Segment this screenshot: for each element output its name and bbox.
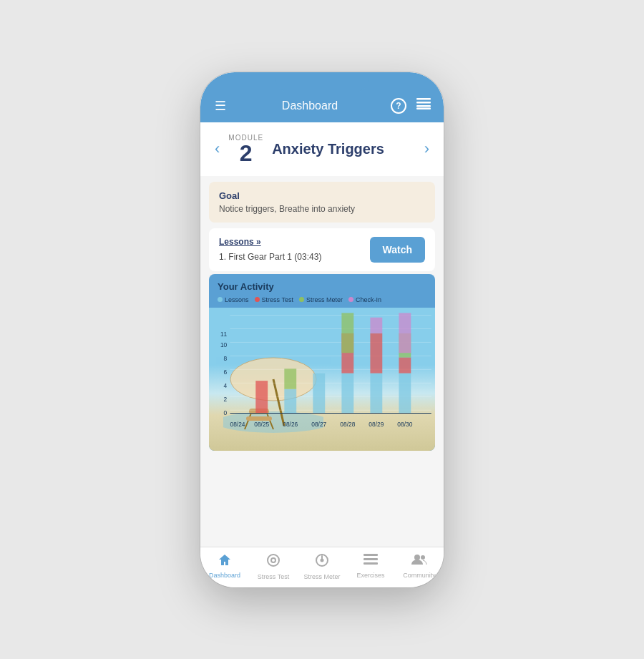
- legend-lessons-dot: [218, 297, 223, 302]
- phone-frame: ☰ Dashboard ? ‹ MODULE: [200, 72, 444, 587]
- module-header: ‹ MODULE 2 Anxiety Triggers ›: [200, 122, 444, 176]
- goal-title: Goal: [219, 190, 425, 201]
- svg-text:2: 2: [224, 395, 228, 402]
- svg-text:08/24: 08/24: [230, 421, 245, 428]
- tab-dashboard[interactable]: Dashboard: [200, 553, 249, 580]
- svg-text:6: 6: [224, 368, 228, 375]
- stress-meter-icon: [315, 553, 329, 571]
- svg-text:08/30: 08/30: [397, 421, 412, 428]
- goal-text: Notice triggers, Breathe into anxiety: [219, 204, 425, 214]
- svg-text:08/28: 08/28: [340, 421, 355, 428]
- lessons-left: Lessons » 1. First Gear Part 1 (03:43): [219, 237, 321, 263]
- svg-point-57: [421, 555, 425, 560]
- stress-test-icon: [266, 553, 280, 571]
- tab-community-label: Community: [403, 572, 436, 579]
- tab-stress-meter[interactable]: Stress Meter: [298, 553, 346, 580]
- module-number: 2: [240, 142, 253, 165]
- svg-rect-0: [416, 98, 431, 100]
- svg-rect-3: [416, 108, 431, 110]
- svg-rect-55: [364, 562, 378, 565]
- tab-exercises-label: Exercises: [356, 572, 384, 579]
- legend-stress-meter-label: Stress Meter: [306, 296, 343, 303]
- legend-lessons-label: Lessons: [225, 296, 249, 303]
- svg-point-52: [321, 559, 323, 561]
- svg-text:4: 4: [224, 381, 228, 389]
- svg-text:0: 0: [224, 409, 228, 416]
- tab-exercises[interactable]: Exercises: [346, 553, 395, 580]
- activity-legend: Lessons Stress Test Stress Meter Check-I…: [209, 296, 435, 308]
- activity-title: Your Activity: [209, 274, 435, 296]
- svg-text:08/29: 08/29: [369, 421, 384, 428]
- lessons-section: Lessons » 1. First Gear Part 1 (03:43) W…: [209, 228, 435, 271]
- legend-checkin: Check-In: [348, 296, 381, 303]
- chart-bars-svg: 0 2 4 6 8 10 11: [209, 308, 435, 451]
- svg-rect-34: [370, 373, 382, 413]
- lessons-link[interactable]: Lessons »: [219, 237, 321, 247]
- tab-bar: Dashboard Stress Test: [200, 547, 444, 587]
- module-number-block: MODULE 2: [228, 134, 263, 165]
- svg-rect-40: [399, 313, 411, 353]
- legend-stress-test: Stress Test: [255, 296, 293, 303]
- svg-rect-1: [416, 102, 431, 104]
- tab-community[interactable]: Community: [395, 553, 444, 580]
- svg-rect-37: [399, 373, 411, 413]
- svg-text:11: 11: [220, 331, 228, 338]
- svg-rect-31: [341, 373, 353, 413]
- legend-stress-meter: Stress Meter: [299, 296, 343, 303]
- legend-checkin-label: Check-In: [356, 296, 381, 303]
- watch-button[interactable]: Watch: [370, 237, 425, 263]
- svg-rect-54: [364, 558, 378, 560]
- activity-section: Your Activity Lessons Stress Test Stress…: [209, 274, 435, 451]
- tab-stress-meter-label: Stress Meter: [303, 573, 340, 580]
- svg-text:10: 10: [220, 341, 228, 348]
- svg-point-49: [268, 555, 279, 566]
- tab-stress-test-label: Stress Test: [258, 573, 289, 580]
- module-title: Anxiety Triggers: [272, 141, 416, 157]
- svg-rect-28: [284, 389, 296, 413]
- dashboard-icon: [218, 553, 232, 570]
- svg-text:08/27: 08/27: [311, 421, 326, 428]
- phone-notch: [275, 72, 369, 92]
- svg-text:08/25: 08/25: [254, 421, 269, 428]
- svg-rect-38: [399, 357, 411, 373]
- tab-stress-test[interactable]: Stress Test: [249, 553, 298, 580]
- svg-text:08/26: 08/26: [283, 421, 298, 428]
- content-area: ‹ MODULE 2 Anxiety Triggers › Goal Notic…: [200, 122, 444, 547]
- svg-rect-27: [255, 381, 268, 413]
- community-icon: [411, 553, 427, 570]
- phone-screen: ☰ Dashboard ? ‹ MODULE: [200, 72, 444, 587]
- legend-stress-meter-dot: [299, 297, 304, 302]
- list-icon[interactable]: [415, 98, 432, 113]
- svg-rect-53: [364, 554, 378, 556]
- tab-dashboard-label: Dashboard: [209, 572, 240, 579]
- legend-stress-test-label: Stress Test: [262, 296, 293, 303]
- svg-rect-30: [313, 373, 325, 413]
- svg-rect-33: [341, 313, 353, 353]
- exercises-icon: [364, 553, 378, 570]
- svg-point-50: [271, 558, 275, 562]
- help-icon[interactable]: ?: [391, 98, 406, 114]
- nav-right-icons: ?: [391, 98, 432, 114]
- svg-rect-29: [284, 368, 296, 389]
- chart-area: 0 2 4 6 8 10 11: [209, 308, 435, 451]
- menu-icon[interactable]: ☰: [212, 98, 229, 114]
- module-prev-button[interactable]: ‹: [215, 140, 220, 158]
- legend-lessons: Lessons: [218, 296, 249, 303]
- goal-section: Goal Notice triggers, Breathe into anxie…: [209, 182, 435, 223]
- svg-text:8: 8: [224, 354, 228, 361]
- lesson-item-1: 1. First Gear Part 1 (03:43): [219, 252, 321, 262]
- module-next-button[interactable]: ›: [424, 140, 429, 158]
- svg-rect-2: [416, 105, 431, 107]
- svg-point-56: [414, 555, 420, 560]
- svg-rect-35: [370, 333, 382, 373]
- nav-title: Dashboard: [282, 99, 338, 112]
- legend-stress-test-dot: [255, 297, 260, 302]
- svg-rect-36: [370, 317, 382, 333]
- legend-checkin-dot: [348, 297, 353, 302]
